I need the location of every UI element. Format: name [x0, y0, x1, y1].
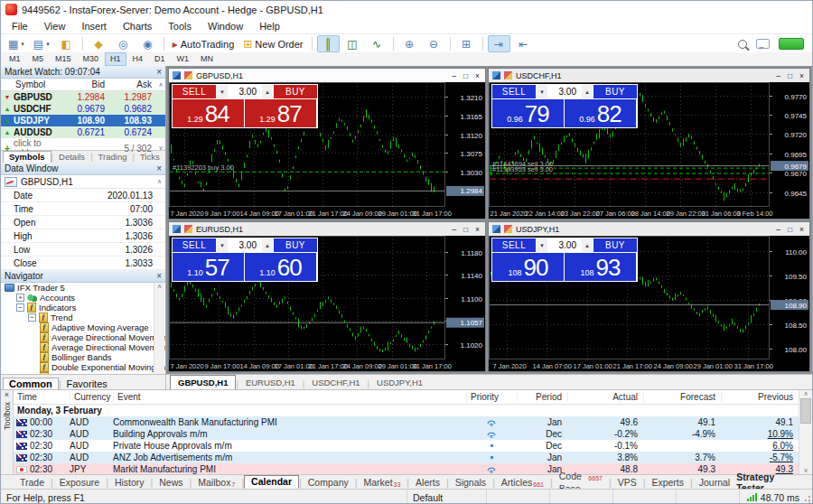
zoom-in-button[interactable]: ⊕	[398, 35, 421, 52]
status-profile[interactable]: Default	[407, 490, 487, 504]
toolbox-tab-news[interactable]: News	[153, 476, 189, 489]
toolbox-tab-articles[interactable]: Articles661	[495, 476, 550, 489]
toolbox-tab-journal[interactable]: Journal	[693, 476, 736, 489]
timeframe-m1[interactable]: M1	[4, 52, 26, 66]
timeframe-m5[interactable]: M5	[27, 52, 50, 66]
bar-chart-mode-button[interactable]: ║	[317, 35, 340, 52]
maximize-icon[interactable]: □	[463, 225, 468, 234]
navigator-tree-item[interactable]: ƒAverage Directional Movement	[1, 332, 165, 342]
market-watch-row[interactable]: ▲USDJPY108.90108.93	[1, 115, 165, 126]
toolbox-tab-vps[interactable]: VPS	[612, 476, 643, 489]
tab-favorites[interactable]: Favorites	[61, 378, 113, 389]
toolbox-tab-market[interactable]: Market33	[357, 476, 406, 489]
menu-item-window[interactable]: Window	[200, 20, 251, 33]
tile-windows-button[interactable]: ⊞	[455, 35, 478, 52]
sell-price[interactable]: 0.9679	[492, 99, 564, 127]
volume-decrease-icon[interactable]: ▼	[217, 85, 228, 98]
sell-price[interactable]: 1.1057	[173, 253, 244, 281]
column-currency[interactable]: Currency	[70, 392, 113, 402]
navigator-tree-item[interactable]: +Accounts	[1, 293, 165, 303]
volume-increase-icon[interactable]: ▲	[582, 85, 593, 98]
chart-plot[interactable]: SELL▼3.00▲BUY0.96790.968221 Jan 202022 J…	[489, 82, 809, 219]
buy-price[interactable]: 1.2987	[245, 99, 316, 127]
navigator-tree-item[interactable]: ƒDouble Exponential Moving Av	[1, 362, 165, 372]
volume-decrease-icon[interactable]: ▼	[217, 238, 228, 252]
calendar-row[interactable]: 02:30AUDPrivate House Approvals m/mDec-0…	[14, 440, 799, 452]
volume-increase-icon[interactable]: ▲	[582, 238, 593, 252]
buy-button[interactable]: BUY	[274, 85, 317, 98]
timeframe-m15[interactable]: M15	[50, 52, 77, 66]
menu-item-view[interactable]: View	[36, 20, 74, 33]
tab-trading[interactable]: Trading	[93, 152, 133, 163]
menu-item-help[interactable]: Help	[251, 20, 288, 33]
column-ask[interactable]: Ask	[109, 79, 156, 89]
toolbox-tab-calendar[interactable]: Calendar	[244, 475, 299, 489]
buy-button[interactable]: BUY	[274, 238, 317, 252]
column-forecast[interactable]: Forecast	[643, 392, 721, 402]
toolbox-close-icon[interactable]: ×	[5, 390, 9, 400]
chart-plot[interactable]: SELL▼3.00▲BUY1.10571.10607 Jan 20209 Jan…	[169, 236, 485, 371]
chart-window-titlebar[interactable]: USDCHF,H1–□×	[489, 69, 809, 82]
menu-item-tools[interactable]: Tools	[160, 20, 200, 33]
toolbox-tab-mailbox[interactable]: Mailbox7	[192, 476, 241, 489]
navigator-toggle-button[interactable]: ◎	[112, 35, 135, 52]
line-chart-mode-button[interactable]: ∿	[366, 35, 388, 52]
tab-symbols[interactable]: Symbols	[3, 151, 51, 163]
chart-tab-gbpusd-h1[interactable]: GBPUSD,H1	[170, 375, 236, 389]
chart-tab-usdjpy-h1[interactable]: USDJPY,H1	[369, 376, 430, 389]
tab-ticks[interactable]: Ticks	[135, 152, 165, 163]
volume-increase-icon[interactable]: ▲	[262, 238, 273, 252]
menu-item-file[interactable]: File	[4, 20, 36, 33]
menu-item-insert[interactable]: Insert	[73, 20, 115, 33]
sell-button[interactable]: SELL	[492, 85, 536, 98]
navigator-tree-item[interactable]: ƒAverage Directional Movement	[1, 342, 165, 352]
close-icon[interactable]: ×	[799, 71, 804, 80]
market-watch-row[interactable]: ▲USDCHF0.96790.9682	[1, 103, 165, 115]
scroll-down-icon[interactable]: ∨	[156, 145, 165, 152]
navigator-tree-item[interactable]: ƒAdaptive Moving Average	[1, 322, 165, 332]
tab-common[interactable]: Common	[3, 378, 59, 389]
toolbox-tab-signals[interactable]: Signals	[449, 476, 492, 489]
navigator-scrollbar[interactable]: ∧∨	[154, 283, 164, 384]
close-icon[interactable]: ×	[475, 225, 480, 234]
chart-window-titlebar[interactable]: GBPUSD,H1–□×	[169, 69, 485, 82]
toolbox-tab-history[interactable]: History	[108, 476, 151, 489]
collapse-icon[interactable]: −	[28, 313, 36, 322]
calendar-scrollbar[interactable]: ∧∨	[799, 390, 812, 474]
volume-increase-icon[interactable]: ▲	[262, 85, 273, 98]
navigator-tree-item[interactable]: −ƒTrend	[1, 313, 165, 322]
sell-button[interactable]: SELL	[173, 85, 216, 98]
autotrading-button[interactable]: ▸AutoTrading	[169, 35, 238, 52]
column-symbol[interactable]: Symbol	[14, 79, 62, 89]
chart-shift-button[interactable]: ⇤	[512, 35, 535, 52]
scroll-thumb[interactable]	[800, 398, 811, 424]
toolbox-tab-trade[interactable]: Trade	[14, 476, 51, 489]
chat-icon[interactable]	[756, 39, 770, 49]
buy-price[interactable]: 10893	[565, 253, 636, 281]
volume-value[interactable]: 3.00	[547, 85, 582, 98]
calendar-row[interactable]: 02:30AUDBuilding Approvals m/mDec-0.2%-4…	[14, 428, 799, 440]
search-icon[interactable]	[738, 40, 747, 49]
maximize-icon[interactable]: □	[463, 71, 468, 80]
navigator-tree-item[interactable]: IFX Trader 5	[1, 283, 165, 293]
column-period[interactable]: Period	[517, 392, 567, 402]
chart-tab-usdchf-h1[interactable]: USDCHF,H1	[304, 376, 367, 389]
market-watch-close-icon[interactable]: ×	[156, 68, 162, 77]
column-previous[interactable]: Previous	[721, 392, 799, 402]
auto-scroll-button[interactable]: ⇥	[488, 35, 510, 52]
chart-plot[interactable]: SELL▼3.00▲BUY1.29841.29877 Jan 20209 Jan…	[169, 82, 485, 219]
scroll-up-icon[interactable]: ∧	[156, 81, 165, 89]
market-watch-row[interactable]: ▲AUDUSD0.67210.6724	[1, 126, 165, 138]
sell-button[interactable]: SELL	[492, 238, 536, 252]
zoom-out-button[interactable]: ⊖	[423, 35, 445, 52]
timeframe-h1[interactable]: H1	[105, 52, 126, 66]
data-window-toggle-button[interactable]: ◆	[88, 35, 110, 52]
volume-value[interactable]: 3.00	[228, 85, 262, 98]
close-icon[interactable]: ×	[799, 225, 804, 234]
buy-button[interactable]: BUY	[593, 85, 637, 98]
minimize-icon[interactable]: –	[452, 71, 456, 80]
candlestick-mode-button[interactable]: ◫	[341, 35, 364, 52]
timeframe-m30[interactable]: M30	[78, 52, 105, 66]
buy-button[interactable]: BUY	[593, 238, 637, 252]
toolbox-tab-experts[interactable]: Experts	[645, 476, 690, 489]
